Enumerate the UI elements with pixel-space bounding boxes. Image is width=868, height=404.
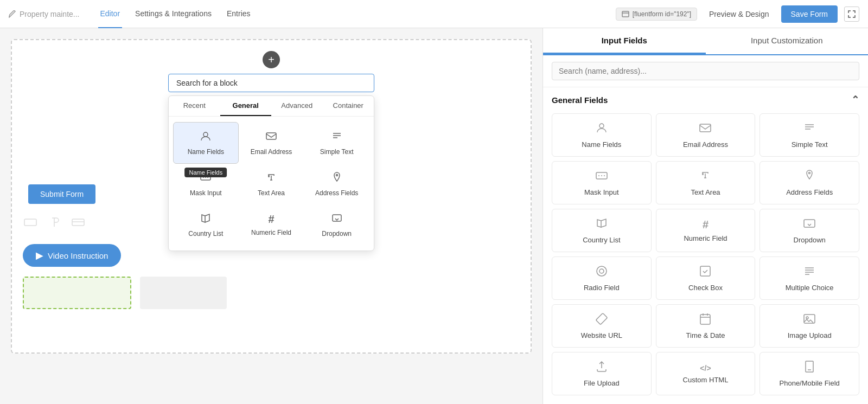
- tab-input-customization[interactable]: Input Customization: [706, 28, 869, 54]
- dashed-green-box: [23, 277, 131, 309]
- right-search-area: [543, 55, 868, 87]
- svg-point-8: [599, 124, 604, 128]
- field-card-name-fields[interactable]: Name Fields: [552, 113, 652, 157]
- field-card-file-upload[interactable]: File Upload: [552, 352, 652, 395]
- field-icon-time-date: [699, 312, 712, 328]
- bp-tab-recent[interactable]: Recent: [169, 96, 220, 116]
- field-card-time-date[interactable]: Time & Date: [656, 304, 756, 348]
- search-block-input[interactable]: [168, 74, 374, 92]
- field-label-country-list: Country List: [583, 236, 620, 244]
- block-item-mask-input[interactable]: Mask Input: [173, 164, 239, 204]
- svg-rect-2: [266, 133, 276, 139]
- save-form-button[interactable]: Save Form: [781, 5, 838, 23]
- block-picker-dropdown: Recent General Advanced Container Name F…: [168, 95, 374, 251]
- tab-entries[interactable]: Entries: [225, 0, 253, 28]
- search-block-container: Recent General Advanced Container Name F…: [23, 74, 520, 92]
- placeholder-block: [140, 277, 227, 309]
- svg-rect-16: [596, 313, 607, 324]
- block-label-country-list: Country List: [188, 230, 223, 238]
- field-card-text-area[interactable]: Text Area: [656, 161, 756, 204]
- field-card-dropdown[interactable]: Dropdown: [760, 209, 859, 252]
- svg-point-13: [597, 266, 607, 276]
- svg-rect-9: [700, 124, 711, 132]
- field-card-image-upload[interactable]: Image Upload: [760, 304, 859, 348]
- block-item-dropdown[interactable]: Dropdown: [304, 204, 369, 245]
- add-block-button[interactable]: +: [263, 51, 280, 68]
- field-icon-image-upload: [803, 312, 816, 328]
- field-card-phone-mobile[interactable]: Phone/Mobile Field: [760, 352, 859, 395]
- field-icon-numeric: #: [703, 219, 709, 231]
- tab-input-fields[interactable]: Input Fields: [543, 28, 706, 54]
- general-fields-section: General Fields ⌃ Name Fields: [543, 87, 868, 402]
- numeric-field-icon: #: [268, 213, 274, 226]
- svg-rect-6: [24, 219, 36, 226]
- svg-rect-18: [804, 315, 815, 323]
- field-icon-email: [699, 121, 712, 137]
- section-label: General Fields: [552, 95, 608, 105]
- simple-text-icon: [331, 130, 343, 145]
- field-label-time-date: Time & Date: [686, 331, 725, 339]
- text-area-icon: [265, 171, 277, 186]
- field-card-radio-field[interactable]: Radio Field: [552, 256, 652, 300]
- collapse-general-fields-button[interactable]: ⌃: [851, 94, 859, 106]
- field-card-website-url[interactable]: Website URL: [552, 304, 652, 348]
- svg-point-19: [806, 317, 808, 319]
- block-item-numeric-field[interactable]: # Numeric Field: [239, 204, 304, 245]
- field-label-checkbox: Check Box: [688, 284, 723, 292]
- field-label-image-upload: Image Upload: [788, 331, 832, 339]
- right-panel: Input Fields Input Customization General…: [542, 28, 868, 404]
- field-card-email-address[interactable]: Email Address: [656, 113, 756, 157]
- bp-tab-container[interactable]: Container: [323, 96, 374, 116]
- field-card-country-list[interactable]: Country List: [552, 209, 652, 252]
- block-item-email-address[interactable]: Email Address: [239, 122, 304, 164]
- field-card-simple-text[interactable]: Simple Text: [760, 113, 859, 157]
- field-label-simple-text: Simple Text: [792, 140, 828, 149]
- field-card-multiple-choice[interactable]: Multiple Choice: [760, 256, 859, 300]
- nav-left: Property mainte... Editor Settings & Int…: [9, 0, 258, 28]
- block-grid: Name Fields Name Fields Email Address: [169, 117, 374, 251]
- right-search-input[interactable]: [552, 62, 859, 80]
- field-label-multiple-choice: Multiple Choice: [786, 284, 834, 292]
- field-card-address-fields[interactable]: Address Fields: [760, 161, 859, 204]
- block-item-country-list[interactable]: Country List: [173, 204, 239, 245]
- field-label-custom-html: Custom HTML: [683, 376, 729, 384]
- block-item-address-fields[interactable]: Address Fields: [304, 164, 369, 204]
- block-item-text-area[interactable]: Text Area: [239, 164, 304, 204]
- mask-input-icon: [200, 171, 212, 186]
- field-card-custom-html[interactable]: </> Custom HTML: [656, 352, 756, 395]
- country-list-icon: [200, 212, 212, 227]
- fields-grid: Name Fields Email Address Si: [552, 113, 859, 395]
- preview-design-button[interactable]: Preview & Design: [704, 7, 775, 22]
- tab-settings[interactable]: Settings & Integrations: [133, 0, 214, 28]
- field-icon-address: [803, 169, 816, 185]
- field-card-numeric-field[interactable]: # Numeric Field: [656, 209, 756, 252]
- field-label-numeric: Numeric Field: [684, 234, 727, 242]
- block-label-dropdown: Dropdown: [322, 230, 352, 238]
- nav-tabs: Editor Settings & Integrations Entries: [93, 0, 258, 28]
- form-canvas: + Recent General Advanced Container: [11, 39, 532, 354]
- field-icon-multiple-choice: [803, 265, 816, 280]
- field-icon-custom-html: </>: [700, 364, 711, 373]
- field-label-name-fields: Name Fields: [582, 140, 621, 149]
- video-instruction-button[interactable]: ▶ Video Instruction: [23, 244, 121, 267]
- bp-tab-general[interactable]: General: [220, 96, 272, 116]
- right-panel-scroll: General Fields ⌃ Name Fields: [543, 87, 868, 404]
- block-label-numeric: Numeric Field: [251, 229, 291, 236]
- field-card-mask-input[interactable]: Mask Input: [552, 161, 652, 204]
- field-label-file-upload: File Upload: [584, 379, 620, 387]
- block-item-simple-text[interactable]: Simple Text: [304, 122, 369, 164]
- shortcode-box[interactable]: [fluentform id="192"]: [616, 8, 697, 21]
- email-address-icon: [265, 130, 277, 145]
- field-label-dropdown: Dropdown: [794, 236, 826, 244]
- tab-editor[interactable]: Editor: [98, 0, 123, 28]
- name-fields-icon: [200, 130, 212, 145]
- bottom-block-card: [71, 215, 86, 230]
- block-item-name-fields[interactable]: Name Fields Name Fields: [173, 122, 239, 164]
- fullscreen-button[interactable]: [844, 7, 859, 22]
- field-card-check-box[interactable]: Check Box: [656, 256, 756, 300]
- submit-form-button[interactable]: Submit Form: [28, 184, 95, 204]
- svg-point-1: [203, 132, 208, 137]
- bp-tab-advanced[interactable]: Advanced: [271, 96, 323, 116]
- svg-rect-17: [700, 315, 710, 324]
- svg-point-11: [809, 172, 810, 174]
